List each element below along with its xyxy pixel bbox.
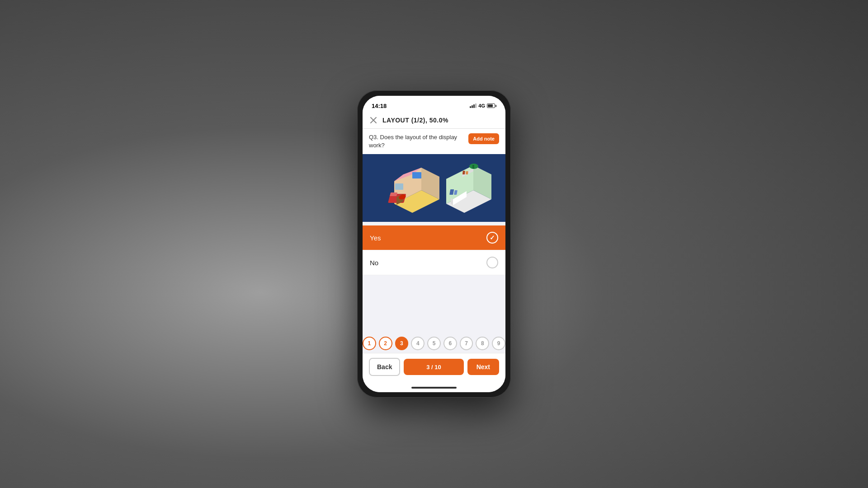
network-label: 4G [478,103,485,108]
option-no-radio [486,257,498,268]
page-dot-5[interactable]: 5 [427,337,441,350]
battery-icon [487,103,496,108]
svg-rect-21 [462,171,465,174]
close-button[interactable] [369,116,378,125]
progress-label: 3 / 10 [426,364,441,371]
app-header: LAYOUT (1/2), 50.0% [363,112,505,129]
option-no-label: No [370,259,378,267]
page-title: LAYOUT (1/2), 50.0% [382,117,448,124]
home-bar [411,387,457,389]
home-indicator [363,383,505,392]
page-dot-4[interactable]: 4 [411,337,425,350]
status-time: 14:18 [372,103,387,109]
page-dot-1[interactable]: 1 [363,337,376,350]
illustration-area [363,154,505,222]
svg-rect-9 [412,172,421,178]
svg-rect-22 [466,171,468,174]
divider [363,222,505,225]
progress-bar: 3 / 10 [404,359,463,375]
phone-screen: 14:18 4G [363,96,505,392]
status-icons: 4G [470,103,496,108]
status-bar: 14:18 4G [363,96,505,112]
svg-rect-8 [390,192,397,196]
empty-space [363,275,505,332]
question-text: Q3. Does the layout of the display work? [369,133,465,150]
page-dot-7[interactable]: 7 [460,337,473,350]
phone-frame: 14:18 4G [357,90,511,398]
svg-rect-24 [472,165,474,169]
bottom-nav: Back 3 / 10 Next [363,353,505,383]
checkmark-icon: ✓ [490,234,495,241]
option-yes[interactable]: Yes ✓ [363,225,505,250]
pagination: 1 2 3 4 5 6 7 8 9 [363,332,505,353]
add-note-button[interactable]: Add note [468,133,499,144]
option-yes-label: Yes [370,234,381,242]
layout-illustration [363,154,505,222]
page-dot-6[interactable]: 6 [443,337,457,350]
page-dot-8[interactable]: 8 [476,337,489,350]
phone-outer: 14:18 4G [357,90,511,398]
page-dot-2[interactable]: 2 [379,337,392,350]
options-container: Yes ✓ No [363,225,505,275]
next-button[interactable]: Next [467,359,499,375]
option-yes-radio: ✓ [486,232,498,244]
back-button[interactable]: Back [369,358,400,376]
svg-rect-12 [395,183,403,190]
page-dot-3[interactable]: 3 [395,337,409,350]
signal-icon [470,103,476,108]
middle-content: Yes ✓ No [363,222,505,332]
page-dot-9[interactable]: 9 [492,337,505,350]
phone-content: 14:18 4G [363,96,505,392]
question-section: Q3. Does the layout of the display work?… [363,129,505,154]
option-no[interactable]: No [363,250,505,275]
